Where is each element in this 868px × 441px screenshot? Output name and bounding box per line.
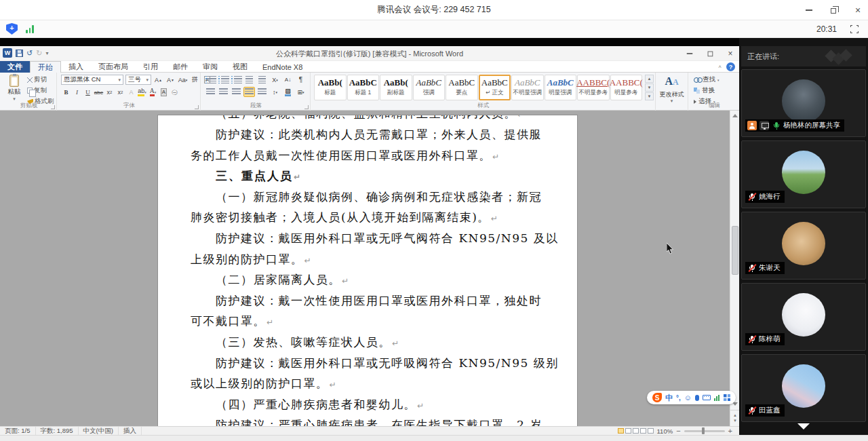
page-browse-buttons[interactable]: ▲▼: [730, 410, 739, 425]
word-minimize-button[interactable]: [686, 50, 694, 58]
participant-tile[interactable]: 杨艳林的屏幕共享: [741, 69, 866, 137]
asian-layout-button[interactable]: X▾: [269, 75, 281, 85]
line-spacing-button[interactable]: ↕▾: [269, 87, 281, 97]
increase-indent-button[interactable]: [256, 75, 268, 85]
highlight-button[interactable]: ab▾: [137, 88, 147, 97]
strikethrough-button[interactable]: abe: [94, 88, 104, 97]
subscript-button[interactable]: x2: [104, 88, 115, 97]
zoom-slider-thumb[interactable]: [702, 427, 705, 434]
redo-icon[interactable]: ↻: [36, 50, 42, 57]
numbering-button[interactable]: [218, 75, 229, 85]
gallery-down-icon[interactable]: ▼: [645, 83, 654, 92]
close-button[interactable]: ×: [853, 5, 863, 15]
style-item[interactable]: AaBbC 不明显强调: [511, 75, 544, 100]
more-participants-arrow-icon[interactable]: [797, 423, 810, 429]
font-name-combobox[interactable]: 思源黑体 CN▾: [61, 75, 123, 85]
clipboard-dialog-launcher-icon[interactable]: [51, 105, 55, 109]
vertical-scrollbar[interactable]: ▲▼: [730, 111, 739, 426]
toolbox-icon[interactable]: [724, 394, 730, 401]
ribbon-tab[interactable]: 开始: [30, 61, 61, 73]
restore-button[interactable]: [829, 5, 838, 15]
font-color-button[interactable]: A▾: [148, 88, 158, 97]
grow-font-button[interactable]: A▲: [153, 75, 163, 85]
chinese-mode-icon[interactable]: 中: [665, 393, 673, 403]
ribbon-tab[interactable]: 审阅: [195, 61, 225, 73]
change-case-button[interactable]: Aa▾: [178, 75, 188, 85]
superscript-button[interactable]: x2: [115, 88, 125, 97]
character-shading-button[interactable]: A: [159, 88, 169, 97]
status-wordcount[interactable]: 字数: 1,895: [36, 427, 79, 435]
gallery-up-icon[interactable]: ▲: [645, 75, 654, 83]
copy-button[interactable]: 复制: [27, 86, 54, 95]
status-insert-mode[interactable]: 插入: [119, 427, 142, 435]
word-close-button[interactable]: ×: [726, 50, 734, 58]
multilevel-list-button[interactable]: [231, 75, 242, 85]
style-item[interactable]: AaBbC 强调: [413, 75, 446, 100]
align-left-button[interactable]: [205, 87, 216, 97]
participant-tile[interactable]: 田蓝鑫: [741, 354, 866, 422]
network-signal-icon[interactable]: [26, 25, 34, 33]
meeting-security-icon[interactable]: [6, 23, 18, 35]
zoom-slider[interactable]: [684, 430, 725, 432]
ime-toolbar[interactable]: S 中 °, ☺: [647, 391, 736, 404]
style-item[interactable]: AaBb( 副标题: [380, 75, 412, 100]
participant-tile[interactable]: 陈梓萌: [741, 283, 866, 351]
ribbon-tab[interactable]: 邮件: [165, 61, 195, 73]
scrollbar-thumb[interactable]: [732, 226, 738, 275]
view-mode-buttons[interactable]: [618, 428, 654, 434]
bullets-button[interactable]: [205, 75, 216, 85]
ribbon-tab[interactable]: 插入: [61, 61, 91, 73]
status-language[interactable]: 中文(中国): [79, 427, 119, 435]
soft-keyboard-icon[interactable]: [703, 395, 711, 400]
participant-tile[interactable]: 朱谢天: [741, 212, 866, 280]
paragraph-dialog-launcher-icon[interactable]: [304, 105, 309, 109]
participant-tile[interactable]: 姚海行: [741, 140, 866, 208]
text-effects-button[interactable]: A: [126, 88, 136, 97]
web-layout-icon[interactable]: [633, 428, 639, 434]
cut-button[interactable]: 剪切: [27, 75, 54, 84]
font-size-combobox[interactable]: 三号▾: [125, 75, 151, 85]
italic-button[interactable]: I: [72, 88, 82, 97]
bold-button[interactable]: B: [61, 88, 71, 97]
zoom-level[interactable]: 110%: [657, 427, 673, 435]
show-marks-button[interactable]: ¶: [295, 75, 307, 85]
style-item[interactable]: AaBbC ↵ 正文: [479, 75, 511, 100]
style-item[interactable]: AaBb( 标题: [314, 75, 347, 100]
find-button[interactable]: 查找▾: [694, 75, 719, 84]
outline-view-icon[interactable]: [640, 428, 646, 434]
ribbon-tab[interactable]: 文件: [0, 61, 30, 73]
style-item[interactable]: AaBbC 标题 1: [347, 75, 380, 100]
minimize-button[interactable]: [804, 5, 814, 15]
level-icon[interactable]: [714, 395, 720, 401]
align-right-button[interactable]: [231, 87, 242, 97]
word-app-icon[interactable]: W: [3, 48, 12, 58]
style-item[interactable]: AABBC( 不明显参考: [577, 75, 610, 100]
paste-dropdown-icon[interactable]: ▾: [13, 96, 16, 102]
shading-button[interactable]: ▨: [282, 87, 294, 97]
ribbon-tab[interactable]: 引用: [136, 61, 165, 73]
ribbon-tab[interactable]: 视图: [225, 61, 255, 73]
distribute-button[interactable]: [256, 87, 268, 97]
print-layout-icon[interactable]: [618, 428, 624, 434]
zoom-out-icon[interactable]: −: [676, 427, 680, 435]
ribbon-tab[interactable]: 页面布局: [91, 61, 136, 73]
help-icon[interactable]: ?: [726, 62, 735, 71]
paste-button[interactable]: 粘贴 ▾: [3, 75, 25, 102]
font-dialog-launcher-icon[interactable]: [195, 105, 199, 109]
change-styles-button[interactable]: AA 更改样式 ▾: [656, 73, 688, 111]
shrink-font-button[interactable]: A▼: [165, 75, 176, 85]
phonetic-guide-button[interactable]: 拼: [190, 75, 200, 85]
collapse-ribbon-icon[interactable]: ˄: [718, 64, 722, 70]
undo-icon[interactable]: ↺: [26, 50, 33, 57]
justify-button[interactable]: [243, 87, 255, 97]
voice-input-icon[interactable]: [695, 395, 699, 401]
align-center-button[interactable]: [218, 87, 229, 97]
zoom-in-icon[interactable]: +: [728, 427, 732, 435]
fullscreen-icon[interactable]: [850, 25, 859, 33]
sogou-logo-icon[interactable]: S: [652, 393, 662, 402]
decrease-indent-button[interactable]: [243, 75, 255, 85]
save-icon[interactable]: [16, 50, 23, 57]
qat-dropdown-icon[interactable]: ▾: [45, 50, 48, 56]
draft-view-icon[interactable]: [648, 428, 654, 434]
document-page[interactable]: （五）养老院、福利院、监狱和精神卫生机构内人员。↵ 防护建议：此类机构内人员无需…: [157, 115, 578, 426]
